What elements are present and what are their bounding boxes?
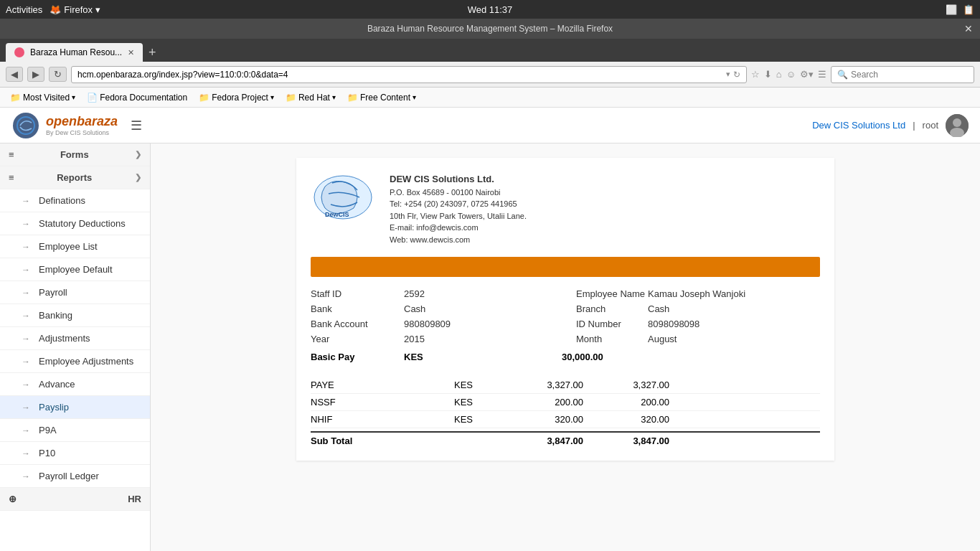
nhif-amount1: 320.00 — [497, 414, 583, 425]
firefox-button[interactable]: 🦊 Firefox ▾ — [50, 4, 100, 15]
payroll-ledger-label: Payroll Ledger — [39, 471, 99, 481]
arrow-right-icon-13: → — [22, 471, 30, 481]
paye-row: PAYE KES 3,327.00 3,327.00 — [311, 377, 820, 394]
nssf-row: NSSF KES 200.00 200.00 — [311, 394, 820, 411]
staff-id-row: Staff ID 2592 Employee Name Kamau Joseph… — [311, 288, 820, 299]
url-dropdown-icon[interactable]: ▾ — [726, 70, 730, 79]
sidebar-item-definations[interactable]: → Definations — [0, 189, 150, 212]
browser-title: Baraza Human Resource Management System … — [367, 24, 613, 34]
payroll-label: Payroll — [39, 287, 67, 298]
sidebar-item-employee-adjustments[interactable]: → Employee Adjustments — [0, 350, 150, 373]
sidebar-section-hr: ⊕ HR — [0, 488, 150, 511]
bookmark-redhat[interactable]: 📁 Red Hat ▾ — [281, 91, 340, 104]
arrow-right-icon-6: → — [22, 311, 30, 321]
bank-account-label: Bank Account — [311, 319, 404, 329]
arrow-right-icon: → — [22, 196, 30, 206]
sidebar-item-employee-list[interactable]: → Employee List — [0, 235, 150, 258]
company-logo: DewCIS — [311, 172, 375, 222]
forms-collapse-icon: ❯ — [135, 150, 141, 159]
sidebar-item-advance[interactable]: → Advance — [0, 373, 150, 396]
company-name: DEW CIS Solutions Ltd. — [390, 172, 527, 187]
payslip-orange-bar — [311, 257, 820, 277]
url-input[interactable] — [77, 70, 726, 80]
tab-favicon — [14, 47, 24, 57]
bookmark-fedora-docs[interactable]: 📄 Fedora Documentation — [83, 91, 192, 104]
clipboard-icon[interactable]: 📋 — [963, 4, 974, 15]
sidebar-item-banking[interactable]: → Banking — [0, 304, 150, 327]
sidebar-item-p9a[interactable]: → P9A — [0, 419, 150, 442]
back-button[interactable]: ◀ — [6, 67, 23, 82]
month-label: Month — [576, 334, 648, 344]
nssf-name: NSSF — [311, 397, 454, 408]
sidebar-item-payroll-ledger[interactable]: → Payroll Ledger — [0, 465, 150, 488]
reload-icon[interactable]: ↻ — [733, 70, 740, 80]
tab-close-button[interactable]: ✕ — [128, 48, 134, 57]
reports-collapse-icon: ❯ — [135, 173, 141, 182]
bookmark-folder-icon-3: 📁 — [286, 93, 296, 103]
arrow-right-icon-12: → — [22, 448, 30, 458]
activities-label[interactable]: Activities — [6, 4, 42, 15]
bookmark-star-icon[interactable]: ☆ — [751, 69, 760, 80]
menu-icon[interactable]: ☰ — [818, 69, 826, 80]
nhif-currency: KES — [454, 414, 497, 425]
header-company-link[interactable]: Dew CIS Solutions Ltd — [812, 120, 905, 131]
employee-list-label: Employee List — [39, 241, 98, 252]
bookmark-free-content[interactable]: 📁 Free Content ▾ — [343, 91, 420, 104]
download-icon[interactable]: ⬇ — [764, 69, 772, 80]
reload-button[interactable]: ↻ — [49, 67, 67, 82]
sidebar-item-forms[interactable]: ≡ Forms ❯ — [0, 143, 150, 166]
bank-label: Bank — [311, 303, 404, 314]
active-tab[interactable]: Baraza Human Resou... ✕ — [6, 43, 143, 62]
logo-svg — [11, 111, 40, 140]
sidebar-item-adjustments[interactable]: → Adjustments — [0, 327, 150, 350]
sidebar-item-statutory-deductions[interactable]: → Statutory Deductions — [0, 212, 150, 235]
home-icon[interactable]: ⌂ — [776, 69, 782, 80]
bank-row: Bank Cash Branch Cash — [311, 303, 820, 314]
company-tel: Tel: +254 (20) 243097, 0725 441965 — [390, 198, 527, 210]
search-icon: 🔍 — [837, 70, 848, 80]
emp-name-value: Kamau Joseph Wanjoki — [648, 288, 820, 299]
user-avatar[interactable] — [946, 114, 969, 137]
banking-label: Banking — [39, 310, 72, 321]
sidebar-item-payroll[interactable]: → Payroll — [0, 281, 150, 304]
window-icon[interactable]: ⬜ — [946, 4, 957, 15]
year-month-row: Year 2015 Month August — [311, 334, 820, 344]
adjustments-label: Adjustments — [39, 333, 90, 344]
new-tab-button[interactable]: + — [144, 44, 161, 62]
bank-account-value: 980809809 — [404, 319, 576, 329]
extensions-icon[interactable]: ⚙▾ — [800, 69, 814, 80]
bookmark-most-visited[interactable]: 📁 Most Visited ▾ — [6, 91, 80, 104]
sidebar-item-hr[interactable]: ⊕ HR — [0, 488, 150, 511]
nssf-currency: KES — [454, 397, 497, 408]
search-input[interactable] — [851, 70, 968, 80]
tab-bar: Baraza Human Resou... ✕ + — [0, 39, 980, 62]
forward-button[interactable]: ▶ — [27, 67, 44, 82]
subtotal-amount2: 3,847.00 — [583, 435, 669, 446]
sidebar-item-reports[interactable]: ≡ Reports ❯ — [0, 166, 150, 189]
employee-adjustments-label: Employee Adjustments — [39, 356, 133, 367]
payslip-details: Staff ID 2592 Employee Name Kamau Joseph… — [311, 288, 820, 362]
company-floor: 10th Flr, View Park Towers, Utalii Lane. — [390, 210, 527, 222]
smiley-icon[interactable]: ☺ — [786, 69, 796, 80]
hamburger-menu[interactable]: ☰ — [131, 118, 142, 133]
bookmark-folder-icon-4: 📁 — [347, 93, 358, 103]
search-bar[interactable]: 🔍 — [831, 66, 974, 83]
main-content: ≡ Forms ❯ ≡ Reports ❯ → Definations → St… — [0, 143, 980, 551]
company-web: Web: www.dewcis.com — [390, 234, 527, 246]
definations-label: Definations — [39, 195, 85, 206]
payslip-header: DewCIS DEW CIS Solutions Ltd. P.O. Box 4… — [311, 172, 820, 245]
logo-sub: By Dew CIS Solutions — [46, 129, 118, 136]
bookmark-page-icon: 📄 — [87, 93, 98, 103]
url-bar[interactable]: ▾ ↻ — [71, 66, 747, 83]
sidebar-item-payslip[interactable]: → Payslip — [0, 396, 150, 419]
browser-close-button[interactable]: ✕ — [964, 23, 973, 34]
arrow-right-icon-4: → — [22, 265, 30, 275]
bookmark-fedora-project[interactable]: 📁 Fedora Project ▾ — [194, 91, 278, 104]
statutory-deductions-label: Statutory Deductions — [39, 218, 126, 229]
branch-value: Cash — [648, 303, 820, 314]
sidebar-item-employee-default[interactable]: → Employee Default — [0, 258, 150, 281]
sidebar-item-p10[interactable]: → P10 — [0, 442, 150, 465]
bookmarks-bar: 📁 Most Visited ▾ 📄 Fedora Documentation … — [0, 88, 980, 108]
sidebar: ≡ Forms ❯ ≡ Reports ❯ → Definations → St… — [0, 143, 151, 551]
company-po: P.O. Box 45689 - 00100 Nairobi — [390, 187, 527, 199]
